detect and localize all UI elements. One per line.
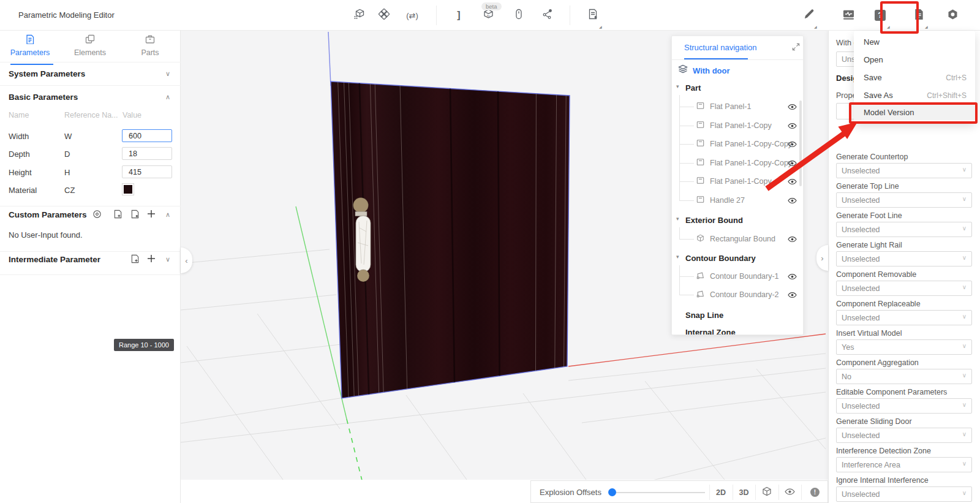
visibility-eye-icon[interactable] [788,235,797,244]
tree-group-snap-line[interactable]: Snap Line [672,308,803,322]
add-parameter-button[interactable] [146,254,156,263]
visibility-eye-icon[interactable] [788,102,797,112]
visibility-eye-icon[interactable] [788,121,797,130]
tree-item[interactable]: Handle 27 [672,193,803,208]
custom-parameters-header[interactable]: Custom Parameters [9,210,87,219]
tree-item[interactable]: Flat Panel-1-Copy [672,118,803,133]
menu-item-save-as[interactable]: Save AsCtrl+Shift+S [854,86,975,104]
tab-parameters[interactable]: Parameters [1,34,59,61]
field-select[interactable]: Unselected∨ [836,222,972,237]
tab-elements[interactable]: Elements [61,34,119,61]
tree-group-internal-zone[interactable]: Internal Zone [672,325,803,335]
select-chevron-icon: ∨ [962,195,967,202]
menu-item-model-version[interactable]: Model Version [854,104,975,120]
mouse-icon [513,9,524,22]
visibility-eye-icon[interactable] [788,159,797,168]
import-star-doc-icon[interactable] [130,254,140,263]
field-select[interactable]: Unselected∨ [836,486,972,502]
field-select[interactable]: Interference Area∨ [836,457,972,472]
divider [0,251,181,252]
group-caret-icon[interactable]: ▾ [676,254,679,260]
explosion-slider-handle[interactable] [608,488,616,496]
visibility-eye-icon[interactable] [788,196,797,205]
select-chevron-icon: ∨ [962,490,967,496]
settings-button[interactable] [942,5,963,26]
tree-group-exterior-bound[interactable]: ▾ Exterior Bound [672,213,803,227]
tree-item[interactable]: Flat Panel-1-Copy-Copy [672,156,803,170]
divider [0,274,181,275]
menu-item-save[interactable]: SaveCtrl+S [854,69,975,86]
param-name: Material [9,186,37,195]
panel-part-icon [696,195,704,206]
file-menu-button[interactable]: ◢ [908,5,929,26]
gear-circle-icon[interactable] [92,209,102,219]
chevron-down-icon[interactable]: ∨ [165,70,170,78]
field-select[interactable]: Unselected∨ [836,192,972,208]
nav-panel-title[interactable]: Structural navigation [684,43,757,52]
field-select[interactable]: Unselected∨ [836,428,972,443]
cube-icon [762,486,772,498]
expand-panel-icon[interactable] [792,42,801,51]
visibility-eye-icon[interactable] [788,140,797,149]
visibility-eye-icon[interactable] [788,177,797,186]
tree-item[interactable]: Flat Panel-1-Copy-Copy [672,137,803,151]
field-select[interactable]: Unselected∨ [836,310,972,325]
width-value-input[interactable] [122,129,172,142]
material-color-swatch[interactable] [122,183,134,195]
component-library-button[interactable] [349,5,369,26]
visibility-eye-icon[interactable] [788,272,797,281]
mouse-tool-button[interactable] [508,5,529,26]
gear-nut-icon [947,9,959,23]
height-value-input[interactable] [122,165,172,178]
edit-mode-button[interactable]: ◢ [798,5,819,26]
add-parameter-button[interactable] [146,209,156,219]
warnings-button[interactable]: ! [801,481,829,503]
chevron-up-icon[interactable]: ∧ [165,211,170,219]
chevron-down-icon[interactable]: ∨ [165,255,170,263]
field-generate-sliding-door: Generate Sliding Door Unselected∨ [836,417,977,443]
export-document-button[interactable]: ◢ [582,5,603,26]
view-3d-button[interactable]: 3D [733,481,755,503]
tree-root-with-door[interactable]: With door [672,63,803,78]
menu-item-open[interactable]: Open [854,51,975,69]
app-title: Parametric Modeling Editor [18,10,115,20]
import-star-doc-icon[interactable] [113,209,123,219]
eye-icon [785,486,795,499]
explosion-slider-track[interactable] [615,492,705,493]
pattern-button[interactable] [374,5,394,26]
field-select[interactable]: Unselected∨ [836,251,972,267]
tree-group-contour-boundary[interactable]: ▾ Contour Boundary [672,251,803,265]
depth-value-input[interactable] [122,147,172,160]
chevron-up-icon[interactable]: ∧ [165,93,170,101]
monitor-button[interactable] [838,5,859,26]
relation-graph-button[interactable] [537,5,558,26]
field-select[interactable]: Unselected∨ [836,281,972,296]
tree-item[interactable]: Flat Panel-1-Copy [672,174,803,189]
tree-item[interactable]: Contour Boundary-1 [672,269,803,284]
swap-parameters-button[interactable]: (⇄) [402,5,423,26]
intermediate-parameter-header[interactable]: Intermediate Parameter [9,255,100,264]
tab-parts[interactable]: Parts [121,34,179,61]
visibility-button[interactable] [778,481,801,503]
cube-view-button[interactable] [755,481,778,503]
select-chevron-icon: ∨ [962,431,967,437]
group-caret-icon[interactable]: ▾ [676,216,679,222]
field-select[interactable]: No∨ [836,369,972,384]
menu-item-new[interactable]: New [854,33,975,51]
tree-item[interactable]: Contour Boundary-2 [672,287,803,302]
field-select[interactable]: Yes∨ [836,339,972,355]
field-select[interactable]: Unselected∨ [836,163,972,178]
export-dot-doc-icon[interactable] [130,209,140,219]
bracket-tool-button[interactable]: ] [448,5,469,26]
tree-item[interactable]: Flat Panel-1 [672,99,803,114]
tree-group-part[interactable]: ▾ Part [672,80,803,95]
help-button[interactable]: ? ◢ [870,5,891,26]
visibility-eye-icon[interactable] [788,290,797,300]
group-caret-icon[interactable]: ▾ [676,83,679,89]
basic-parameters-header[interactable]: Basic Parameters [9,93,78,102]
nav-scrollbar[interactable] [799,100,802,186]
view-2d-button[interactable]: 2D [709,481,733,503]
tree-item[interactable]: Rectangular Bound [672,232,803,246]
field-select[interactable]: Unselected∨ [836,398,972,414]
system-parameters-header[interactable]: System Parameters [9,69,85,78]
